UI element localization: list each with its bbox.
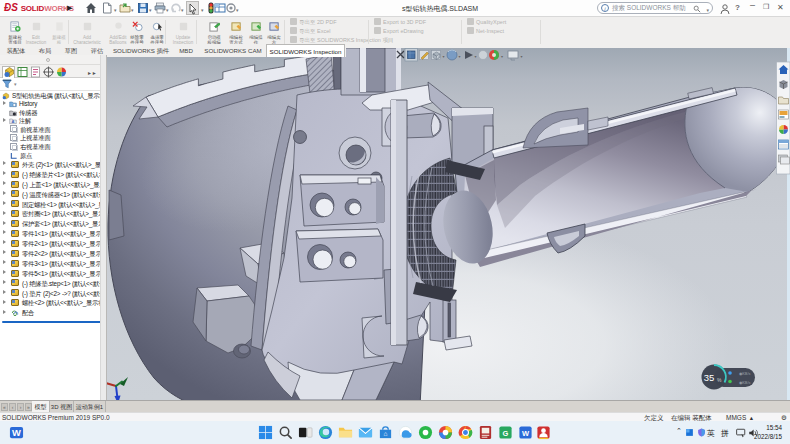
svg-text:▾: ▾ [475,54,477,59]
svg-text:A: A [12,120,15,125]
svg-text:⌂: ⌂ [384,430,388,437]
svg-text:▾: ▾ [443,54,445,59]
svg-text:▾: ▾ [459,54,461,59]
svg-text:▾: ▾ [521,54,523,59]
svg-text:W: W [12,428,21,438]
svg-text:▾: ▾ [501,54,503,59]
svg-text:35: 35 [704,372,715,383]
svg-text:W: W [522,429,530,438]
svg-text:G: G [503,429,509,438]
svg-text:%: % [717,377,722,383]
svg-text:◉KB/s: ◉KB/s [739,381,750,385]
svg-text:◉KB/s: ◉KB/s [739,372,750,376]
